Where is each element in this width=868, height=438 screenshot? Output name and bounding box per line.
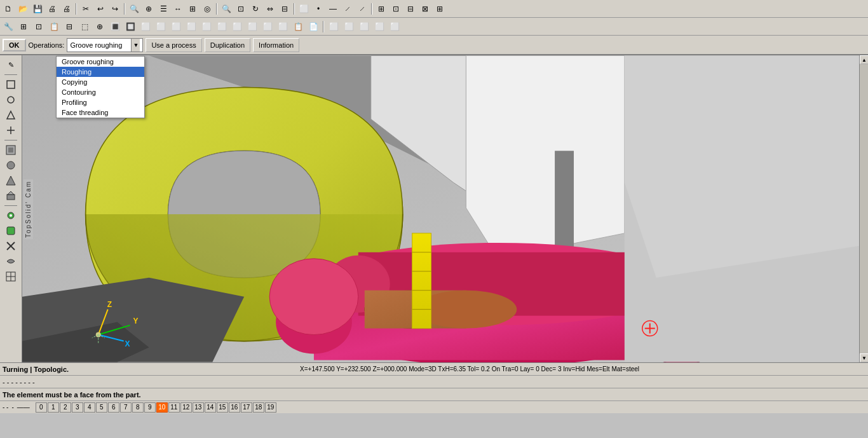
tb2-13[interactable]: ⬜ bbox=[184, 20, 198, 34]
btn14[interactable]: ◎ bbox=[200, 2, 214, 16]
num-btn-9[interactable]: 9 bbox=[144, 402, 156, 413]
tb2-26[interactable]: ⬜ bbox=[388, 20, 402, 34]
btn29[interactable]: ⊞ bbox=[433, 2, 447, 16]
redo-btn[interactable]: ↪ bbox=[108, 2, 122, 16]
tb2-2[interactable]: ⊞ bbox=[17, 20, 31, 34]
num-btn-7[interactable]: 7 bbox=[120, 402, 132, 413]
num-btn-5[interactable]: 5 bbox=[96, 402, 107, 413]
btn9[interactable]: 🔍 bbox=[127, 2, 141, 16]
side-btn-10[interactable] bbox=[4, 209, 18, 222]
num-btn-8[interactable]: 8 bbox=[132, 402, 144, 413]
btn28[interactable]: ⊠ bbox=[418, 2, 432, 16]
operation-dropdown[interactable]: Groove roughing ▼ bbox=[67, 38, 143, 52]
btn15[interactable]: 🔍 bbox=[219, 2, 233, 16]
num-btn-12[interactable]: 12 bbox=[180, 402, 192, 413]
num-btn-6[interactable]: 6 bbox=[108, 402, 119, 413]
side-btn-13[interactable] bbox=[4, 254, 18, 268]
tb2-17[interactable]: ⬜ bbox=[245, 20, 259, 34]
num-btn-11[interactable]: 11 bbox=[168, 402, 180, 413]
btn11[interactable]: ☰ bbox=[156, 2, 170, 16]
tb2-22[interactable]: ⬜ bbox=[327, 20, 341, 34]
dropdown-arrow-icon[interactable]: ▼ bbox=[131, 39, 140, 51]
btn23[interactable]: ⟋ bbox=[341, 2, 355, 16]
btn16[interactable]: ⊡ bbox=[234, 2, 248, 16]
side-btn-8[interactable] bbox=[4, 174, 18, 188]
btn26[interactable]: ⊡ bbox=[389, 2, 403, 16]
side-btn-12[interactable] bbox=[4, 239, 18, 253]
btn12[interactable]: ↔ bbox=[171, 2, 185, 16]
btn10[interactable]: ⊕ bbox=[142, 2, 156, 16]
viewport[interactable]: Y Z X TopSolid' Cam bbox=[22, 55, 859, 362]
tb2-19[interactable]: ⬜ bbox=[276, 20, 290, 34]
num-btn-16[interactable]: 16 bbox=[229, 402, 240, 413]
information-button[interactable]: Information bbox=[253, 38, 299, 52]
tb2-24[interactable]: ⬜ bbox=[357, 20, 371, 34]
num-btn-19[interactable]: 19 bbox=[265, 402, 276, 413]
dropdown-item-groove-roughing[interactable]: Groove roughing bbox=[57, 57, 144, 67]
num-btn-3[interactable]: 3 bbox=[72, 402, 83, 413]
btn20[interactable]: ⬜ bbox=[297, 2, 311, 16]
new-btn[interactable]: 🗋 bbox=[1, 2, 15, 16]
tb2-18[interactable]: ⬜ bbox=[261, 20, 275, 34]
btn21[interactable]: • bbox=[311, 2, 325, 16]
side-btn-3[interactable] bbox=[4, 93, 18, 107]
tb2-1[interactable]: 🔧 bbox=[1, 20, 15, 34]
tb2-16[interactable]: ⬜ bbox=[230, 20, 244, 34]
cut-btn[interactable]: ✂ bbox=[79, 2, 93, 16]
use-process-button[interactable]: Use a process bbox=[146, 38, 201, 52]
tb2-15[interactable]: ⬜ bbox=[215, 20, 229, 34]
dropdown-item-contouring[interactable]: Contouring bbox=[57, 87, 144, 97]
tb2-3[interactable]: ⊡ bbox=[32, 20, 46, 34]
right-scrollbar[interactable]: ▲ ▼ bbox=[859, 55, 868, 362]
btn27[interactable]: ⊟ bbox=[403, 2, 417, 16]
btn25[interactable]: ⊞ bbox=[374, 2, 388, 16]
num-btn-15[interactable]: 15 bbox=[217, 402, 228, 413]
btn24[interactable]: ⟋ bbox=[355, 2, 369, 16]
num-btn-10[interactable]: 10 bbox=[156, 402, 168, 413]
open-btn[interactable]: 📂 bbox=[16, 2, 30, 16]
num-btn-2[interactable]: 2 bbox=[60, 402, 71, 413]
tb2-20[interactable]: 📋 bbox=[291, 20, 305, 34]
btn4[interactable]: 🖨 bbox=[45, 2, 59, 16]
btn19[interactable]: ⊟ bbox=[278, 2, 292, 16]
side-btn-2[interactable] bbox=[4, 78, 18, 92]
num-btn-17[interactable]: 17 bbox=[241, 402, 252, 413]
num-btn-1[interactable]: 1 bbox=[48, 402, 59, 413]
tb2-25[interactable]: ⬜ bbox=[372, 20, 386, 34]
btn17[interactable]: ↻ bbox=[248, 2, 262, 16]
tb2-11[interactable]: ⬜ bbox=[154, 20, 168, 34]
tb2-7[interactable]: ⊕ bbox=[93, 20, 107, 34]
tb2-8[interactable]: 🔳 bbox=[108, 20, 122, 34]
tb2-4[interactable]: 📋 bbox=[47, 20, 61, 34]
dropdown-item-copying[interactable]: Copying bbox=[57, 77, 144, 87]
tb2-9[interactable]: 🔲 bbox=[123, 20, 137, 34]
num-btn-13[interactable]: 13 bbox=[193, 402, 204, 413]
btn18[interactable]: ⇔ bbox=[263, 2, 277, 16]
scroll-down-btn[interactable]: ▼ bbox=[860, 353, 868, 362]
btn5[interactable]: 🖨 bbox=[60, 2, 74, 16]
scroll-up-btn[interactable]: ▲ bbox=[860, 55, 868, 64]
side-btn-14[interactable] bbox=[4, 270, 18, 284]
tb2-6[interactable]: ⬚ bbox=[78, 20, 92, 34]
num-btn-14[interactable]: 14 bbox=[205, 402, 216, 413]
dropdown-item-face-threading[interactable]: Face threading bbox=[57, 107, 144, 118]
duplication-button[interactable]: Duplication bbox=[205, 38, 250, 52]
tb2-23[interactable]: ⬜ bbox=[342, 20, 356, 34]
undo-btn[interactable]: ↩ bbox=[93, 2, 107, 16]
num-btn-4[interactable]: 4 bbox=[84, 402, 95, 413]
tb2-21[interactable]: 📄 bbox=[306, 20, 320, 34]
side-btn-6[interactable] bbox=[4, 143, 18, 157]
side-btn-9[interactable] bbox=[4, 189, 18, 203]
save-btn[interactable]: 💾 bbox=[31, 2, 44, 16]
tb2-10[interactable]: ⬜ bbox=[139, 20, 153, 34]
tb2-14[interactable]: ⬜ bbox=[200, 20, 214, 34]
btn13[interactable]: ⊞ bbox=[186, 2, 200, 16]
side-btn-11[interactable] bbox=[4, 224, 18, 238]
dropdown-item-roughing[interactable]: Roughing bbox=[57, 67, 144, 77]
num-btn-0[interactable]: 0 bbox=[36, 402, 47, 413]
side-btn-1[interactable]: ✎ bbox=[4, 58, 18, 72]
side-btn-4[interactable] bbox=[4, 108, 18, 122]
num-btn-18[interactable]: 18 bbox=[253, 402, 264, 413]
dropdown-item-profiling[interactable]: Profiling bbox=[57, 97, 144, 107]
tb2-5[interactable]: ⊟ bbox=[62, 20, 76, 34]
